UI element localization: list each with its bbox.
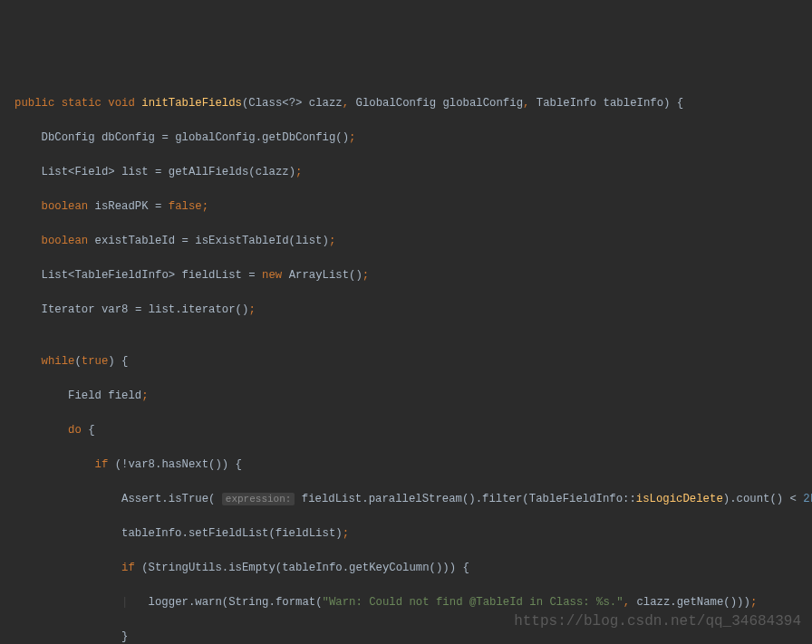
code-editor: public static void initTableFields(Class… [0, 78, 812, 644]
code-line: Assert.isTrue( expression: fieldList.par… [0, 491, 812, 508]
code-line: List<TableFieldInfo> fieldList = new Arr… [0, 267, 812, 284]
code-line: public static void initTableFields(Class… [0, 95, 812, 112]
code-line: boolean isReadPK = false; [0, 198, 812, 216]
watermark-text: https://blog.csdn.net/qq_34684394 [514, 613, 801, 630]
code-line: | logger.warn(String.format("Warn: Could… [0, 594, 812, 611]
code-line: if (!var8.hasNext()) { [0, 457, 812, 474]
code-line: DbConfig dbConfig = globalConfig.getDbCo… [0, 130, 812, 147]
code-line: } [0, 629, 812, 644]
code-line: tableInfo.setFieldList(fieldList); [0, 525, 812, 543]
code-line: Iterator var8 = list.iterator(); [0, 302, 812, 319]
code-line: do { [0, 422, 812, 439]
param-hint: expression: [222, 493, 295, 505]
code-line: Field field; [0, 388, 812, 405]
code-line: if (StringUtils.isEmpty(tableInfo.getKey… [0, 560, 812, 577]
code-line: while(true) { [0, 353, 812, 370]
code-line: boolean existTableId = isExistTableId(li… [0, 233, 812, 250]
code-line: List<Field> list = getAllFields(clazz); [0, 164, 812, 181]
